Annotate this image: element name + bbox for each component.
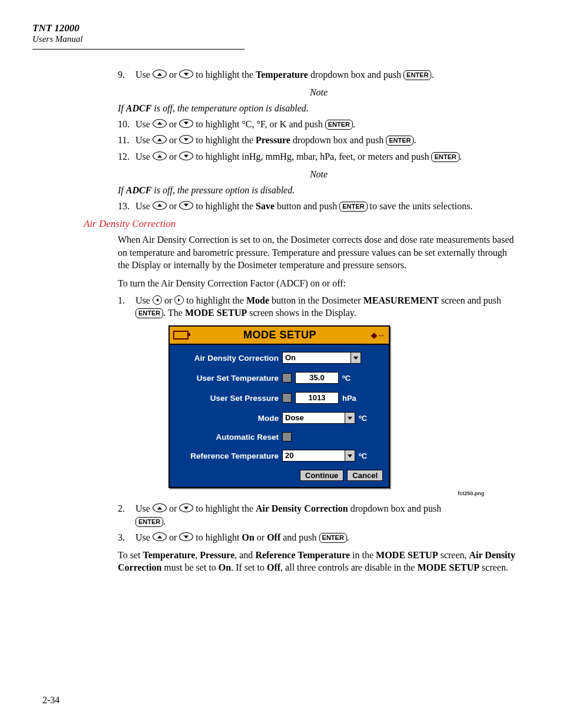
page-number: 2-34 [42,695,59,706]
step-number: 13. [118,200,135,213]
figure-caption: fct250.png [118,490,484,496]
enter-key-icon: ENTER [325,120,353,130]
enter-key-icon: ENTER [431,152,459,162]
page-header: TNT 12000 Users Manual [32,22,244,50]
temp-input[interactable]: 35.0 [295,372,339,384]
temp-label: User Set Temperature [176,374,282,383]
steps-list-b2: 2. Use or to highlight the Air Density C… [118,502,520,544]
nav-arrows-icon: ◆↔ [371,331,385,340]
continue-button[interactable]: Continue [300,470,343,481]
reft-unit: ºC [359,452,376,460]
section-body: When Air Density Correction is set to on… [118,233,520,574]
paragraph: To turn the Air Density Correction Facto… [118,277,520,289]
step-text: Use or to highlight the Pressure dropdow… [135,134,520,147]
down-arrow-icon [179,151,193,160]
step-number: 3. [118,531,135,544]
content-body: 9. Use or to highlight the Temperature d… [118,68,520,212]
note-label: Note [118,86,520,98]
left-arrow-icon [153,295,162,305]
down-arrow-icon [179,532,193,541]
down-arrow-icon [179,503,193,512]
step-number: 2. [118,502,135,528]
mode-unit: ºC [359,414,376,423]
press-label: User Set Pressure [176,394,282,403]
note-body: If ADCF is off, the pressure option is d… [118,184,520,196]
step-number: 1. [118,294,135,319]
right-arrow-icon [174,295,184,305]
step-text: Use or to highlight °C, °F, or K and pus… [135,118,520,131]
up-arrow-icon [153,201,167,210]
up-arrow-icon [153,135,167,144]
down-arrow-icon [179,201,193,210]
chevron-down-icon [345,450,355,461]
enter-key-icon: ENTER [404,70,431,80]
areset-label: Automatic Reset [176,433,282,442]
step-number: 9. [118,68,135,81]
up-arrow-icon [153,532,167,541]
device-titlebar: MODE SETUP ◆↔ [170,327,389,345]
section-title: Air Density Correction [84,218,520,230]
mode-dropdown[interactable]: Dose [282,412,355,424]
battery-icon [173,331,189,340]
step-text: Use or to highlight the Mode button in t… [135,294,520,319]
steps-list-b: 1. Use or to highlight the Mode button i… [118,294,520,319]
down-arrow-icon [179,119,193,128]
steps-list-a3: 13. Use or to highlight the Save button … [118,200,520,213]
enter-key-icon: ENTER [135,517,163,527]
steps-list-a: 9. Use or to highlight the Temperature d… [118,68,520,81]
up-arrow-icon [153,503,167,512]
enter-key-icon: ENTER [135,308,163,318]
press-input[interactable]: 1013 [295,392,339,404]
enter-key-icon: ENTER [386,136,414,146]
reft-label: Reference Temperature [176,452,282,460]
header-model: TNT 12000 [32,22,244,34]
chevron-down-icon [351,353,361,363]
down-arrow-icon [179,70,193,78]
chevron-down-icon [345,413,355,423]
step-number: 11. [118,134,135,147]
note-label: Note [118,168,520,180]
mode-label: Mode [176,414,282,423]
adc-label: Air Density Correction [176,354,282,363]
step-text: Use or to highlight On or Off and push E… [135,531,520,544]
areset-checkbox[interactable] [282,432,292,442]
enter-key-icon: ENTER [319,533,347,543]
device-screenshot: MODE SETUP ◆↔ Air Density Correction On … [168,325,520,488]
temp-unit: ºC [342,374,360,383]
step-text: Use or to highlight inHg, mmHg, mbar, hP… [135,150,520,163]
steps-list-a2: 10. Use or to highlight °C, °F, or K and… [118,118,520,163]
step-number: 12. [118,150,135,163]
press-checkbox[interactable] [282,393,292,403]
temp-checkbox[interactable] [282,373,292,383]
step-number: 10. [118,118,135,131]
step-text: Use or to highlight the Save button and … [135,200,520,213]
paragraph: To set Temperature, Pressure, and Refere… [118,549,520,574]
header-subtitle: Users Manual [32,34,244,44]
press-unit: hPa [342,394,360,403]
up-arrow-icon [153,70,167,78]
cancel-button[interactable]: Cancel [347,470,383,481]
adc-dropdown[interactable]: On [282,352,361,364]
device-title: MODE SETUP [243,329,316,341]
up-arrow-icon [153,119,167,128]
down-arrow-icon [179,135,193,144]
enter-key-icon: ENTER [339,202,367,212]
step-text: Use or to highlight the Air Density Corr… [135,502,520,528]
up-arrow-icon [153,151,167,160]
reft-dropdown[interactable]: 20 [282,450,355,462]
step-text: Use or to highlight the Temperature drop… [135,68,520,81]
note-body: If ADCF is off, the temperature option i… [118,102,520,114]
paragraph: When Air Density Correction is set to on… [118,233,520,271]
